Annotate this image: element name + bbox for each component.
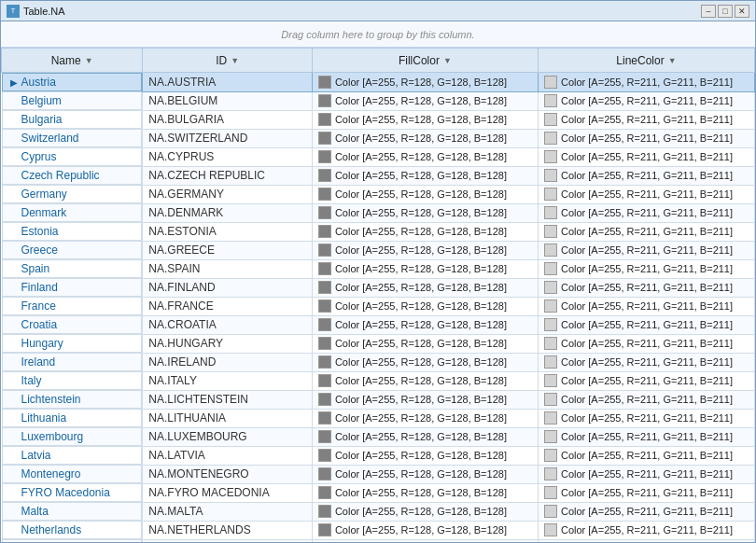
name-cell[interactable]: Estonia: [2, 222, 142, 241]
fill-color-cell: Color [A=255, R=128, G=128, B=128]: [312, 91, 538, 110]
name-cell[interactable]: France: [2, 297, 142, 315]
line-color-text: Color [A=255, R=211, G=211, B=211]: [561, 300, 733, 312]
name-cell[interactable]: Germany: [2, 185, 142, 203]
table-row[interactable]: FYRO MacedoniaNA.FYRO MACEDONIAColor [A=…: [2, 483, 755, 502]
col-header-name[interactable]: Name ▼: [2, 49, 143, 73]
line-color-cell: Color [A=255, R=211, G=211, B=211]: [538, 147, 754, 166]
table-row[interactable]: IrelandNA.IRELANDColor [A=255, R=128, G=…: [2, 353, 755, 371]
table-row[interactable]: MontenegroNA.MONTENEGROColor [A=255, R=1…: [2, 465, 755, 483]
name-cell[interactable]: Lithuania: [2, 409, 142, 427]
fill-color-swatch: [318, 318, 331, 331]
line-color-text: Color [A=255, R=211, G=211, B=211]: [561, 431, 733, 442]
name-cell[interactable]: Malta: [2, 502, 142, 521]
id-cell: NA.CZECH REPUBLIC: [143, 166, 313, 185]
name-cell[interactable]: Switzerland: [2, 129, 142, 147]
table-row[interactable]: DenmarkNA.DENMARKColor [A=255, R=128, G=…: [2, 203, 755, 222]
name-cell[interactable]: Denmark: [2, 203, 142, 222]
name-cell[interactable]: Ireland: [2, 353, 142, 371]
table-row[interactable]: BelgiumNA.BELGIUMColor [A=255, R=128, G=…: [2, 91, 755, 110]
table-row[interactable]: SpainNA.SPAINColor [A=255, R=128, G=128,…: [2, 259, 755, 278]
id-cell: NA.SPAIN: [143, 259, 313, 278]
name-cell[interactable]: Luxembourg: [2, 427, 142, 446]
fill-color-cell: Color [A=255, R=128, G=128, B=128]: [312, 203, 538, 222]
table-row[interactable]: ItalyNA.ITALYColor [A=255, R=128, G=128,…: [2, 371, 755, 390]
fill-color-cell: Color [A=255, R=128, G=128, B=128]: [312, 297, 538, 315]
table-row[interactable]: FinlandNA.FINLANDColor [A=255, R=128, G=…: [2, 278, 755, 297]
fill-color-cell: Color [A=255, R=128, G=128, B=128]: [312, 427, 538, 446]
line-color-swatch: [544, 318, 557, 331]
close-button[interactable]: ✕: [735, 5, 749, 18]
table-row[interactable]: Czech RepublicNA.CZECH REPUBLICColor [A=…: [2, 166, 755, 185]
line-color-swatch: [544, 281, 557, 294]
country-name: France: [21, 299, 56, 313]
name-cell[interactable]: Norway: [2, 539, 142, 542]
country-name: FYRO Macedonia: [21, 486, 110, 499]
name-cell[interactable]: Cyprus: [2, 147, 142, 166]
name-cell[interactable]: Greece: [2, 241, 142, 259]
table-row[interactable]: LatviaNA.LATVIAColor [A=255, R=128, G=12…: [2, 446, 755, 465]
table-row[interactable]: SwitzerlandNA.SWITZERLANDColor [A=255, R…: [2, 129, 755, 147]
table-row[interactable]: EstoniaNA.ESTONIAColor [A=255, R=128, G=…: [2, 222, 755, 241]
line-color-cell: Color [A=255, R=211, G=211, B=211]: [538, 353, 754, 371]
name-cell[interactable]: Hungary: [2, 334, 142, 353]
line-color-text: Color [A=255, R=211, G=211, B=211]: [561, 524, 733, 536]
line-color-text: Color [A=255, R=211, G=211, B=211]: [561, 95, 733, 106]
table-row[interactable]: NorwayNA.NORWAYColor [A=255, R=128, G=12…: [2, 539, 755, 542]
name-cell[interactable]: Finland: [2, 278, 142, 297]
table-row[interactable]: GermanyNA.GERMANYColor [A=255, R=128, G=…: [2, 185, 755, 203]
col-header-line[interactable]: LineColor ▼: [538, 49, 754, 73]
line-color-swatch: [544, 132, 557, 145]
table-row[interactable]: HungaryNA.HUNGARYColor [A=255, R=128, G=…: [2, 334, 755, 353]
id-cell: NA.NETHERLANDS: [143, 521, 313, 539]
name-cell[interactable]: Spain: [2, 259, 142, 278]
country-name: Latvia: [21, 449, 51, 462]
name-cell[interactable]: Italy: [2, 371, 142, 390]
fill-color-swatch: [318, 299, 331, 313]
name-cell[interactable]: Lichtenstein: [2, 390, 142, 409]
name-cell[interactable]: Croatia: [2, 315, 142, 334]
table-row[interactable]: LichtensteinNA.LICHTENSTEINColor [A=255,…: [2, 390, 755, 409]
table-row[interactable]: NetherlandsNA.NETHERLANDSColor [A=255, R…: [2, 521, 755, 539]
line-color-swatch: [544, 188, 557, 201]
table-scroll[interactable]: Name ▼ ID ▼ FillColor: [1, 48, 755, 542]
fill-color-text: Color [A=255, R=128, G=128, B=128]: [335, 394, 507, 405]
id-cell: NA.MONTENEGRO: [143, 465, 313, 483]
table-row[interactable]: LuxembourgNA.LUXEMBOURGColor [A=255, R=1…: [2, 427, 755, 446]
line-color-text: Color [A=255, R=211, G=211, B=211]: [561, 450, 733, 461]
fill-color-text: Color [A=255, R=128, G=128, B=128]: [335, 524, 507, 536]
line-color-cell: Color [A=255, R=211, G=211, B=211]: [538, 315, 754, 334]
line-color-swatch: [544, 206, 557, 219]
table-row[interactable]: LithuaniaNA.LITHUANIAColor [A=255, R=128…: [2, 409, 755, 427]
name-cell[interactable]: FYRO Macedonia: [2, 483, 142, 502]
table-row[interactable]: CroatiaNA.CROATIAColor [A=255, R=128, G=…: [2, 315, 755, 334]
line-color-text: Color [A=255, R=211, G=211, B=211]: [561, 170, 733, 181]
line-color-cell: Color [A=255, R=211, G=211, B=211]: [538, 483, 754, 502]
name-cell[interactable]: Latvia: [2, 446, 142, 465]
name-cell[interactable]: Bulgaria: [2, 110, 142, 129]
id-cell: NA.CROATIA: [143, 315, 313, 334]
fill-color-text: Color [A=255, R=128, G=128, B=128]: [335, 338, 507, 349]
table-row[interactable]: FranceNA.FRANCEColor [A=255, R=128, G=12…: [2, 297, 755, 315]
line-color-swatch: [544, 505, 557, 518]
name-cell[interactable]: Czech Republic: [2, 166, 142, 185]
line-color-text: Color [A=255, R=211, G=211, B=211]: [561, 356, 733, 368]
table-row[interactable]: CyprusNA.CYPRUSColor [A=255, R=128, G=12…: [2, 147, 755, 166]
id-cell: NA.HUNGARY: [143, 334, 313, 353]
col-header-id[interactable]: ID ▼: [143, 49, 313, 73]
table-row[interactable]: BulgariaNA.BULGARIAColor [A=255, R=128, …: [2, 110, 755, 129]
table-row[interactable]: MaltaNA.MALTAColor [A=255, R=128, G=128,…: [2, 502, 755, 521]
fill-color-cell: Color [A=255, R=128, G=128, B=128]: [312, 446, 538, 465]
name-cell[interactable]: Belgium: [2, 91, 142, 110]
table-body: ▶AustriaNA.AUSTRIAColor [A=255, R=128, G…: [2, 73, 755, 543]
name-cell[interactable]: ▶Austria: [2, 73, 142, 91]
drag-group-bar[interactable]: Drag column here to group by this column…: [1, 21, 755, 48]
table-row[interactable]: GreeceNA.GREECEColor [A=255, R=128, G=12…: [2, 241, 755, 259]
restore-button[interactable]: □: [718, 5, 733, 18]
country-name: Ireland: [21, 355, 56, 369]
table-row[interactable]: ▶AustriaNA.AUSTRIAColor [A=255, R=128, G…: [2, 73, 755, 92]
col-header-fill[interactable]: FillColor ▼: [312, 49, 538, 73]
minimize-button[interactable]: –: [701, 5, 716, 18]
name-cell[interactable]: Montenegro: [2, 465, 142, 483]
name-cell[interactable]: Netherlands: [2, 521, 142, 539]
line-color-text: Color [A=255, R=211, G=211, B=211]: [561, 244, 733, 256]
